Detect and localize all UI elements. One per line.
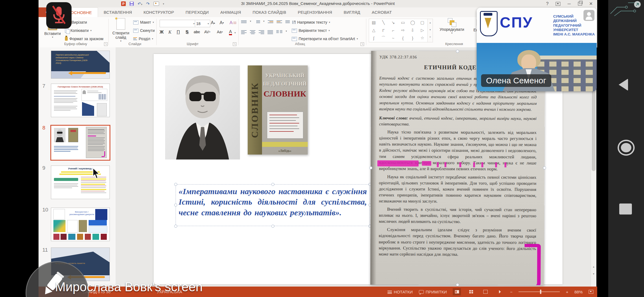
bold-button[interactable]: Ж xyxy=(160,30,163,35)
shape-glyph[interactable]: ~ xyxy=(389,34,398,42)
font-color-caret[interactable]: ▾ xyxy=(234,31,236,34)
selection-handle[interactable] xyxy=(456,50,459,53)
comments-toggle[interactable]: ПРИМІТКИ xyxy=(419,290,447,294)
thumbnail-slide-6[interactable]: Пам'яті методиста української педагогічн… xyxy=(51,51,110,79)
italic-button[interactable]: К xyxy=(168,30,171,35)
shape-glyph[interactable]: ╲ xyxy=(379,19,388,26)
home-icon[interactable] xyxy=(618,140,635,156)
shape-glyph[interactable]: ⌒ xyxy=(379,34,388,42)
align-right-icon[interactable] xyxy=(259,30,264,35)
align-left-icon[interactable] xyxy=(241,30,247,35)
slide-sorter-view-button[interactable] xyxy=(467,288,475,295)
shape-glyph[interactable]: ↘ xyxy=(389,19,398,26)
minimize-button[interactable]: ─ xyxy=(567,1,571,6)
smartart-button[interactable]: Перетворити на об'єкт SmartArt▾ xyxy=(292,35,358,42)
zoom-slider-thumb[interactable] xyxy=(540,290,541,294)
shape-glyph[interactable]: △ xyxy=(369,27,378,34)
character-spacing-button[interactable]: AV▾ xyxy=(204,30,210,34)
notes-toggle[interactable]: НОТАТКИ xyxy=(388,290,413,294)
tab-insert[interactable]: ВСТАВЛЕННЯ xyxy=(98,7,138,17)
shape-glyph[interactable]: ☆ xyxy=(418,34,427,42)
selection-handle[interactable] xyxy=(174,225,177,228)
justify-icon[interactable] xyxy=(268,30,273,35)
zoom-slider[interactable] xyxy=(519,292,560,292)
ribbon-options-icon[interactable] xyxy=(556,2,560,6)
help-button[interactable]: ? xyxy=(546,1,549,6)
webcam-video-tile[interactable]: СПУ СУМСЬКИЙ ДЕРЖАВНИЙ ПЕДАГОГІЧНИЙ УНІВ… xyxy=(477,8,597,91)
increase-font-button[interactable]: A▴ xyxy=(211,20,215,25)
shape-glyph[interactable]: ▢ xyxy=(418,19,427,26)
restore-button[interactable] xyxy=(578,2,582,6)
selection-handle[interactable] xyxy=(543,166,546,169)
shape-glyph[interactable]: ▭ xyxy=(398,19,408,26)
section-button[interactable]: Розділ▾ xyxy=(133,35,153,42)
underline-button[interactable]: П xyxy=(177,30,180,35)
selection-handle[interactable] xyxy=(369,166,372,169)
columns-icon[interactable] xyxy=(276,30,282,35)
zoom-out-button[interactable]: − xyxy=(510,290,512,294)
shape-glyph[interactable]: ⌐ xyxy=(389,27,398,34)
decrease-font-button[interactable]: A▾ xyxy=(220,20,224,25)
tab-review[interactable]: РЕЦЕНЗУВАННЯ xyxy=(292,7,338,17)
strikethrough-button[interactable]: abc xyxy=(194,30,200,34)
shape-glyph[interactable]: ⇨ xyxy=(398,27,408,34)
font-name-combobox[interactable]: ▾ xyxy=(160,20,196,27)
selection-handle[interactable] xyxy=(174,183,177,186)
change-case-button[interactable]: Aa▾ xyxy=(217,30,223,34)
reading-view-button[interactable] xyxy=(481,288,490,295)
clipboard-dialog-launcher[interactable]: ↘ xyxy=(104,42,108,46)
font-size-combobox[interactable]: 18▾ xyxy=(195,20,210,27)
normal-view-button[interactable] xyxy=(453,288,461,295)
scrollbar-thumb[interactable] xyxy=(592,80,596,171)
font-dialog-launcher[interactable]: ↘ xyxy=(233,42,236,46)
shape-glyph[interactable]: ◯ xyxy=(408,19,417,26)
new-slide-button[interactable]: Створити слайд▾ xyxy=(111,18,131,43)
clear-formatting-button[interactable]: A⌫ xyxy=(230,20,236,25)
participant-options-icon[interactable] xyxy=(583,10,594,21)
align-center-icon[interactable] xyxy=(250,30,255,35)
bullets-icon[interactable] xyxy=(241,20,247,24)
thumbnail-slide-9[interactable]: Учений і науковець: xyxy=(51,166,110,199)
decrease-indent-icon[interactable] xyxy=(268,20,273,24)
shape-glyph[interactable]: Г xyxy=(379,27,388,34)
shape-glyph[interactable]: } xyxy=(408,34,417,42)
tab-acrobat[interactable]: ACROBAT xyxy=(366,7,398,17)
back-icon[interactable] xyxy=(619,79,628,91)
tab-view[interactable]: ВИГЛЯД xyxy=(338,7,366,17)
muted-microphone-indicator[interactable] xyxy=(46,2,72,29)
thumbnail-slide-10[interactable]: Використані /рекомендовані джерела xyxy=(51,208,110,241)
zoom-in-button[interactable]: + xyxy=(566,290,568,294)
tab-design[interactable]: КОНСТРУКТОР xyxy=(138,7,180,17)
selection-handle[interactable] xyxy=(271,225,274,228)
next-slide-button[interactable]: ▾ xyxy=(591,271,596,277)
align-text-button[interactable]: Вирівняти текст▾ xyxy=(292,27,330,34)
shape-glyph[interactable]: ʃ xyxy=(369,34,378,42)
numbering-icon[interactable] xyxy=(255,20,260,24)
shape-glyph[interactable]: ▷ xyxy=(418,27,427,34)
previous-slide-button[interactable]: ▴ xyxy=(591,263,596,270)
selection-handle[interactable] xyxy=(456,283,459,286)
reset-button[interactable]: Скинути xyxy=(133,27,155,34)
shape-glyph[interactable]: ⇩ xyxy=(408,27,417,34)
shape-glyph[interactable]: { xyxy=(398,34,408,42)
tab-animation[interactable]: АНІМАЦІЯ xyxy=(215,7,247,17)
shapes-scroll[interactable]: ▴▾≡ xyxy=(428,19,433,42)
arrange-button[interactable]: Упорядкувати▾ xyxy=(436,18,467,34)
format-painter-button[interactable]: Формат за зразком xyxy=(65,35,103,42)
selection-handle[interactable] xyxy=(271,183,274,186)
tab-slideshow[interactable]: ПОКАЗ СЛАЙДІВ xyxy=(247,7,292,17)
paragraph-dialog-launcher[interactable]: ↘ xyxy=(361,42,364,46)
line-spacing-icon[interactable] xyxy=(285,20,291,24)
slideshow-view-button[interactable] xyxy=(496,288,504,295)
selection-handle[interactable] xyxy=(174,204,177,207)
close-button[interactable]: ✕ xyxy=(589,1,593,6)
thumbnail-slide-8-selected[interactable] xyxy=(50,125,110,161)
text-shadow-button[interactable]: S xyxy=(185,30,189,35)
tab-transitions[interactable]: ПЕРЕХОДИ xyxy=(180,7,214,17)
zoom-level[interactable]: 88% xyxy=(574,290,583,294)
increase-indent-icon[interactable] xyxy=(277,20,282,24)
text-direction-button[interactable]: Напрямок тексту▾ xyxy=(292,19,330,26)
fit-slide-icon[interactable] xyxy=(589,290,593,294)
layout-button[interactable]: Макет▾ xyxy=(133,19,154,26)
recent-apps-icon[interactable] xyxy=(619,204,632,215)
